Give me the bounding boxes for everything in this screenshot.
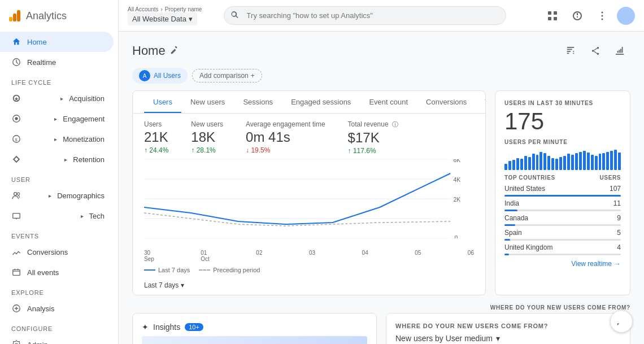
apps-icon-button[interactable] [542,6,563,26]
sidebar-item-home[interactable]: Home [0,32,114,52]
country-name: Canada [504,214,528,222]
new-users-dropdown-icon[interactable]: ▾ [496,334,500,343]
sidebar-item-conversions-label: Conversions [27,248,68,256]
sidebar-item-conversions[interactable]: Conversions [0,242,114,262]
help-icon-button[interactable] [567,6,588,26]
country-count: 107 [610,185,621,193]
realtime-icon [11,57,21,67]
events-icon [11,267,21,277]
tab-sessions[interactable]: Sessions [234,91,282,113]
bar-mini [595,156,598,170]
svg-point-7 [14,193,17,195]
page-title-edit-icon[interactable] [170,46,179,56]
tab-conversions[interactable]: Conversions [417,91,476,113]
metric-revenue-label: Total revenue ⓘ [348,120,398,129]
sidebar-item-demographics[interactable]: ▸ Demographics [0,185,114,206]
sidebar-logo[interactable]: Analytics [7,8,67,24]
insights-badge: 10+ [185,323,203,331]
bar-mini [583,151,586,170]
country-bar [504,254,509,255]
x-label-5: 05 [415,250,421,262]
new-users-title: New users by User medium ▾ [395,334,621,343]
tab-users[interactable]: Users [144,91,181,113]
bar-mini [555,159,558,170]
account-selector-label: All Website Data [132,15,186,23]
sidebar-item-admin[interactable]: Admin [0,334,114,344]
bar-mini [606,152,609,170]
breadcrumb-property[interactable]: Property name [165,6,202,12]
bar-mini [520,159,523,170]
country-name: United Kingdom [504,243,552,251]
bar-mini [567,154,570,170]
svg-rect-19 [554,11,557,15]
date-range-button[interactable]: Last 7 days ▾ [133,278,485,295]
metric-new-users-change: ↑ 28.1% [191,146,223,154]
sidebar-item-analysis[interactable]: Analysis [0,298,114,319]
metric-new-users-value: 18K [191,129,223,145]
svg-rect-0 [9,17,12,21]
country-row: India 11 [504,198,621,211]
bar-mini [599,154,602,170]
chart-x-labels: 30Sep 01Oct 02 03 04 05 06 [133,250,485,264]
svg-rect-21 [554,17,557,20]
bar-mini [524,156,527,170]
acquisition-icon [11,93,21,103]
country-name: United States [504,185,545,193]
tab-engaged-sessions[interactable]: Engaged sessions [282,91,360,113]
country-count: 9 [617,214,621,222]
svg-rect-9 [13,214,20,219]
account-selector-chevron: ▾ [189,15,193,23]
country-bar-wrap [504,195,621,197]
insights-icon-button[interactable] [610,41,630,61]
add-comparison-button[interactable]: Add comparison + [192,69,262,82]
sidebar-item-acquisition[interactable]: ▸ Acquisition [0,88,114,108]
search-icon [230,10,240,21]
more-vert-icon-button[interactable] [592,6,612,26]
share-icon-button[interactable] [585,41,606,61]
bar-mini [579,152,582,170]
user-avatar[interactable] [617,7,635,25]
metric-new-users-label: New users [191,120,223,128]
sidebar-item-retention[interactable]: ▸ Retention [0,149,114,169]
section-label-configure: CONFIGURE [0,319,118,334]
bar-mini [547,156,550,170]
account-selector[interactable]: All Website Data ▾ [128,12,197,25]
tab-revenue[interactable]: Total revenue [476,91,486,113]
breadcrumb-accounts[interactable]: All Accounts [128,6,158,12]
chat-icon-button[interactable] [610,310,633,333]
sidebar-item-analysis-label: Analysis [27,304,54,313]
bottom-cards: ✦ Insights 10+ WHERE DO YOUR NEW USERS C… [119,313,644,344]
x-label-4: 04 [362,250,368,262]
country-name: India [504,199,519,207]
tab-event-count[interactable]: Event count [360,91,417,113]
realtime-card: USERS IN LAST 30 MINUTES 175 USERS PER M… [495,90,630,295]
all-users-chip[interactable]: A All Users [132,68,188,84]
sidebar-item-engagement[interactable]: ▸ Engagement [0,108,114,129]
view-realtime-arrow: → [614,260,621,268]
bar-mini [602,153,605,171]
customize-icon-button[interactable] [560,41,581,61]
svg-text:$: $ [15,137,18,142]
search-input[interactable] [224,6,506,25]
svg-rect-2 [17,10,20,21]
svg-text:0: 0 [455,235,458,238]
bar-mini [539,152,542,170]
sidebar-item-realtime[interactable]: Realtime [0,52,114,72]
sidebar-item-monetization[interactable]: $ ▸ Monetization [0,129,114,149]
sidebar: Analytics Home Realtime LIFE CYCLE ▸ Acq… [0,0,119,344]
expand-icon: ▸ [54,136,57,142]
users-per-minute-chart [504,147,621,170]
sidebar-item-tech[interactable]: ▸ Tech [0,206,114,226]
bar-mini [610,151,613,170]
svg-text:2K: 2K [454,197,461,203]
bar-mini [571,155,574,170]
sidebar-item-all-events[interactable]: All events [0,262,114,282]
legend-line-solid [144,269,155,271]
tab-new-users[interactable]: New users [181,91,234,113]
svg-point-27 [597,53,599,55]
country-bar-wrap [504,224,621,226]
section-label-user: USER [0,169,118,185]
country-bar-wrap [504,254,621,255]
sidebar-item-acquisition-label: Acquisition [69,94,105,103]
view-realtime-button[interactable]: View realtime → [504,260,621,268]
